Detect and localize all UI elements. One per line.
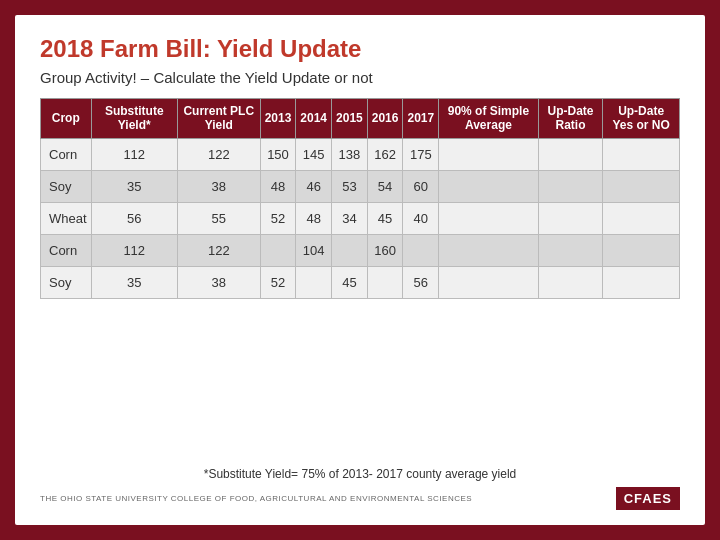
table-cell xyxy=(439,170,539,202)
col-header-2014: 2014 xyxy=(296,99,332,139)
table-cell xyxy=(439,266,539,298)
table-cell: 46 xyxy=(296,170,332,202)
table-body: Corn112122150145138162175Soy353848465354… xyxy=(41,138,680,298)
table-row: Soy35384846535460 xyxy=(41,170,680,202)
table-cell: 45 xyxy=(367,202,403,234)
table-row: Corn112122150145138162175 xyxy=(41,138,680,170)
table-row: Soy3538524556 xyxy=(41,266,680,298)
table-cell: 122 xyxy=(177,234,260,266)
table-cell xyxy=(439,138,539,170)
col-header-2013: 2013 xyxy=(260,99,296,139)
table-cell: 52 xyxy=(260,202,296,234)
table-cell: Corn xyxy=(41,234,92,266)
table-cell: Soy xyxy=(41,170,92,202)
cfaes-badge: CFAES xyxy=(616,487,680,510)
table-header-row: Crop Substitute Yield* Current PLC Yield… xyxy=(41,99,680,139)
table-cell: 38 xyxy=(177,266,260,298)
table-cell: 60 xyxy=(403,170,439,202)
col-header-plc: Current PLC Yield xyxy=(177,99,260,139)
title-prefix: 2018 Farm Bill: xyxy=(40,35,217,62)
col-header-up-date-ratio: Up-Date Ratio xyxy=(538,99,603,139)
table-cell xyxy=(260,234,296,266)
table-cell: 35 xyxy=(91,266,177,298)
table-cell: 112 xyxy=(91,138,177,170)
table-cell xyxy=(538,234,603,266)
table-cell: 56 xyxy=(403,266,439,298)
col-header-2015: 2015 xyxy=(332,99,368,139)
table-cell: 54 xyxy=(367,170,403,202)
table-cell: 160 xyxy=(367,234,403,266)
table-cell: 35 xyxy=(91,170,177,202)
table-cell: 34 xyxy=(332,202,368,234)
table-cell: 52 xyxy=(260,266,296,298)
table-cell xyxy=(367,266,403,298)
col-header-2017: 2017 xyxy=(403,99,439,139)
table-cell: 150 xyxy=(260,138,296,170)
table-cell: 175 xyxy=(403,138,439,170)
col-header-90pct: 90% of Simple Average xyxy=(439,99,539,139)
title-highlight: Yield Update xyxy=(217,35,361,62)
col-header-up-date-yes-no: Up-Date Yes or NO xyxy=(603,99,680,139)
table-cell xyxy=(603,138,680,170)
table-cell: 138 xyxy=(332,138,368,170)
table-cell xyxy=(538,170,603,202)
table-row: Corn112122104160 xyxy=(41,234,680,266)
table-cell xyxy=(538,138,603,170)
table-cell: 162 xyxy=(367,138,403,170)
subtitle: Group Activity! – Calculate the Yield Up… xyxy=(40,69,680,86)
col-header-2016: 2016 xyxy=(367,99,403,139)
table-cell: Corn xyxy=(41,138,92,170)
table-cell xyxy=(403,234,439,266)
footer: THE OHIO STATE UNIVERSITY COLLEGE of FOO… xyxy=(40,487,680,510)
table-cell xyxy=(332,234,368,266)
col-header-crop: Crop xyxy=(41,99,92,139)
table-cell: 56 xyxy=(91,202,177,234)
yield-table: Crop Substitute Yield* Current PLC Yield… xyxy=(40,98,680,299)
table-cell xyxy=(538,266,603,298)
table-cell: 53 xyxy=(332,170,368,202)
table-cell: 55 xyxy=(177,202,260,234)
table-cell: 48 xyxy=(260,170,296,202)
slide: 2018 Farm Bill: Yield Update Group Activ… xyxy=(15,15,705,525)
table-cell: 122 xyxy=(177,138,260,170)
table-cell: 38 xyxy=(177,170,260,202)
table-cell: 145 xyxy=(296,138,332,170)
table-cell xyxy=(538,202,603,234)
table-cell xyxy=(439,202,539,234)
table-container: Crop Substitute Yield* Current PLC Yield… xyxy=(40,98,680,459)
table-cell xyxy=(603,234,680,266)
table-cell: 112 xyxy=(91,234,177,266)
table-cell: 40 xyxy=(403,202,439,234)
osu-text: THE OHIO STATE UNIVERSITY COLLEGE of FOO… xyxy=(40,494,472,503)
table-cell xyxy=(296,266,332,298)
table-cell xyxy=(603,266,680,298)
table-cell: Wheat xyxy=(41,202,92,234)
table-cell: 48 xyxy=(296,202,332,234)
table-cell xyxy=(603,170,680,202)
footnote: *Substitute Yield= 75% of 2013- 2017 cou… xyxy=(40,467,680,481)
table-cell: 104 xyxy=(296,234,332,266)
page-title: 2018 Farm Bill: Yield Update xyxy=(40,35,680,63)
col-header-sub-yield: Substitute Yield* xyxy=(91,99,177,139)
table-cell xyxy=(603,202,680,234)
table-cell: 45 xyxy=(332,266,368,298)
table-cell xyxy=(439,234,539,266)
table-cell: Soy xyxy=(41,266,92,298)
table-row: Wheat56555248344540 xyxy=(41,202,680,234)
